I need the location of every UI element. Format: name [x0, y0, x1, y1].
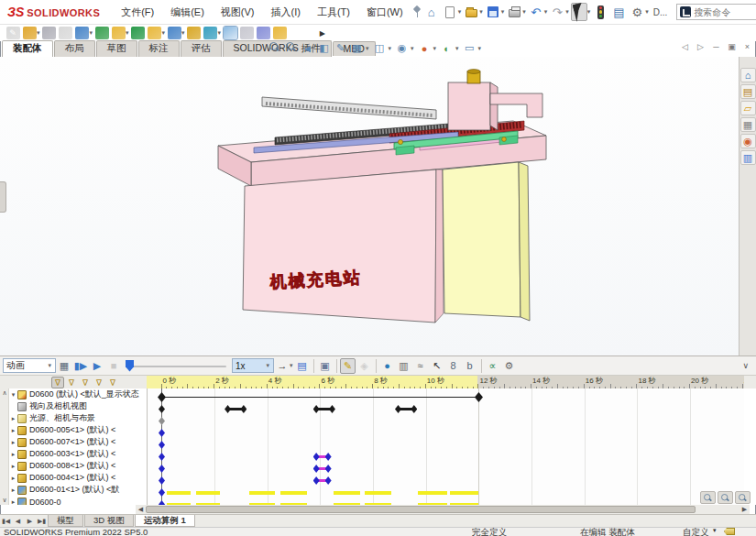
tab-评估[interactable]: 评估 — [181, 40, 222, 57]
view-settings-dropdown-icon[interactable]: ▾ — [478, 45, 482, 52]
timeline-zoom-in-icon[interactable] — [718, 491, 733, 504]
change-bar[interactable] — [167, 491, 191, 495]
keyframe[interactable] — [325, 453, 332, 461]
exploded-view-dropdown-icon[interactable]: ▾ — [162, 29, 166, 37]
open-dropdown-icon[interactable]: ▾ — [479, 8, 483, 16]
tab-装配体[interactable]: 装配体 — [2, 40, 53, 57]
insert-components-icon[interactable] — [75, 27, 89, 39]
expand-icon[interactable]: ▸ — [9, 439, 17, 446]
zoom-fit-icon[interactable] — [268, 42, 281, 54]
model-panel-yellow[interactable] — [443, 162, 530, 321]
filmstrip-icon[interactable]: ▥ — [396, 358, 411, 374]
timeline-ruler[interactable]: 0 秒2 秒4 秒6 秒8 秒10 秒12 秒14 秒16 秒18 秒20 秒2… — [147, 376, 744, 389]
zoom-area-icon[interactable] — [284, 42, 298, 54]
keyframe[interactable] — [313, 476, 320, 485]
keyframe[interactable] — [159, 405, 165, 413]
contact-icon[interactable]: 8 — [445, 358, 461, 374]
expand-icon[interactable]: ▸ — [9, 475, 17, 482]
add-key-icon[interactable]: ◈ — [356, 358, 372, 374]
select-icon[interactable] — [571, 3, 587, 21]
keyframe[interactable] — [313, 453, 320, 461]
playback-speed-slider[interactable] — [126, 359, 228, 373]
search-input[interactable] — [694, 7, 756, 17]
select-dropdown-icon[interactable]: ▾ — [587, 8, 591, 16]
hscroll-thumb[interactable] — [146, 506, 696, 513]
hide-show-items-dropdown-icon[interactable]: ▾ — [411, 45, 414, 52]
change-bar[interactable] — [280, 491, 307, 495]
change-bar[interactable] — [196, 491, 220, 495]
doc-tab-模型[interactable]: 模型 — [48, 515, 83, 527]
keyframe[interactable] — [158, 392, 166, 402]
mate-icon[interactable] — [187, 27, 201, 39]
solidworks-resources-icon[interactable]: ⌂ — [740, 68, 756, 82]
tree-item-5[interactable]: ▸D0600-007<1> (默认) < — [9, 436, 146, 448]
keyframe[interactable] — [411, 405, 417, 413]
study-properties-icon[interactable]: ⚙ — [501, 358, 517, 374]
save-dropdown-icon[interactable]: ▾ — [501, 8, 505, 16]
filter-driving-icon[interactable]: ∇ — [79, 377, 92, 388]
view-settings-icon[interactable]: ▭ — [463, 42, 477, 54]
keyframe[interactable] — [159, 417, 165, 425]
menu-item-6[interactable]: 窗口(W) — [358, 0, 411, 25]
tree-item-10[interactable]: ▸D0600-0 — [9, 496, 146, 505]
expand-icon[interactable]: ▸ — [9, 415, 17, 422]
attachment-icon[interactable] — [42, 27, 56, 39]
filter-selected-icon[interactable]: ∇ — [93, 377, 105, 388]
menu-item-2[interactable]: 编辑(E) — [162, 0, 213, 25]
hide-show-components-icon[interactable] — [168, 27, 181, 39]
rebuild-icon[interactable] — [592, 3, 608, 21]
reference-geometry-icon[interactable] — [203, 27, 217, 39]
model-panel-pink[interactable] — [243, 170, 436, 323]
model-post[interactable] — [448, 70, 542, 130]
large-design-review-icon[interactable] — [240, 27, 254, 39]
menu-item-5[interactable]: 工具(T) — [309, 0, 358, 25]
playback-speed-combo[interactable]: 1x▾ — [232, 358, 274, 373]
keyframe[interactable] — [475, 392, 483, 402]
tab-nav-next-icon[interactable]: ▶ — [24, 518, 36, 525]
timeline-zoom-fit-icon[interactable] — [700, 491, 716, 504]
tree-item-8[interactable]: ▸D0600-004<1> (默认) < — [9, 472, 146, 484]
snapshot-icon[interactable] — [257, 27, 270, 39]
doc-tab-运动算例 1[interactable]: 运动算例 1 — [135, 515, 195, 527]
active-tool-icon[interactable] — [224, 27, 237, 39]
insert-components-dropdown-icon[interactable]: ▾ — [90, 29, 93, 37]
undo-dropdown-icon[interactable]: ▾ — [544, 8, 548, 16]
new-document-icon[interactable] — [442, 3, 458, 21]
timeline-zoom-out-icon[interactable] — [735, 491, 751, 504]
motionmanager-collapse-icon[interactable]: ∨ — [742, 361, 749, 370]
tree-item-1[interactable]: ▾D0600 (默认) <默认_显示状态 — [9, 388, 146, 400]
keyframe[interactable] — [313, 405, 320, 413]
hscroll-right-icon[interactable]: ▶ — [740, 506, 750, 513]
exploded-view-icon[interactable] — [148, 27, 161, 39]
redo-dropdown-icon[interactable]: ▾ — [565, 8, 569, 16]
filter-animated-icon[interactable]: ∇ — [65, 377, 78, 388]
gravity-icon[interactable]: b — [462, 358, 477, 374]
view-orientation-icon[interactable]: ▦ — [350, 42, 364, 54]
play-from-start-icon[interactable]: ▮▶ — [73, 358, 89, 374]
change-bar[interactable] — [418, 491, 447, 495]
tab-标注[interactable]: 标注 — [138, 40, 180, 57]
keyframe[interactable] — [159, 488, 165, 497]
save-animation-icon[interactable]: ▤ — [294, 358, 310, 374]
apply-scene-dropdown-icon[interactable]: ▾ — [455, 45, 459, 52]
filter-results-icon[interactable]: ∇ — [106, 377, 119, 388]
keyframe[interactable] — [325, 465, 332, 473]
custom-properties-icon[interactable]: ▥ — [740, 150, 756, 165]
stop-icon[interactable]: ■ — [106, 358, 122, 374]
previous-view-icon[interactable]: ◄ — [301, 43, 314, 54]
edit-component-icon[interactable] — [95, 27, 109, 39]
design-library-icon[interactable]: ▤ — [740, 84, 756, 99]
pin-icon[interactable] — [412, 3, 422, 21]
tab-布局[interactable]: 布局 — [54, 40, 95, 57]
command-search[interactable]: ▾ — [676, 4, 756, 20]
tree-item-9[interactable]: ▸D0600-01<1> (默认) <默 — [9, 484, 146, 496]
timeline-canvas[interactable] — [147, 388, 744, 505]
tree-scroll-down-icon[interactable]: ∨ — [0, 497, 9, 504]
export-animation-icon[interactable]: → — [275, 358, 290, 374]
section-view-icon[interactable]: ◧ — [317, 42, 331, 54]
model-rear-rail[interactable] — [262, 97, 436, 119]
tree-scrollbar[interactable]: ∧ ∨ — [0, 388, 9, 505]
open-folder-dropdown-icon[interactable]: ▾ — [37, 29, 40, 37]
expand-icon[interactable]: ▸ — [9, 451, 17, 458]
tab-草图[interactable]: 草图 — [96, 40, 137, 57]
